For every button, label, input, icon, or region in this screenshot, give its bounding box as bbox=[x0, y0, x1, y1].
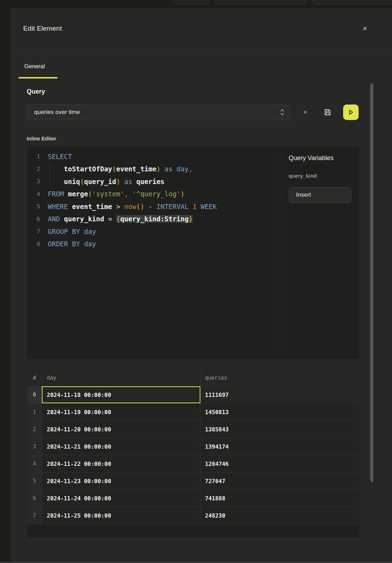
query-select[interactable]: queries over time bbox=[27, 105, 290, 120]
day-cell[interactable]: 2024-11-23 00:00:00 bbox=[42, 473, 200, 489]
code-token: ( bbox=[112, 165, 116, 173]
code-token bbox=[128, 190, 132, 198]
modal-title: Edit Element bbox=[23, 25, 62, 32]
results-table: # day queries 02024-11-18 00:00:00111169… bbox=[27, 369, 359, 537]
column-header-day[interactable]: day bbox=[42, 369, 200, 386]
row-index-cell[interactable]: 7 bbox=[27, 507, 42, 524]
column-header-index[interactable]: # bbox=[27, 369, 42, 386]
code-token: as bbox=[120, 178, 136, 185]
background-button-partial bbox=[173, 0, 209, 5]
table-row: 72024-11-25 00:00:00248230 bbox=[27, 507, 359, 524]
code-token: query_id bbox=[84, 178, 116, 185]
column-header-queries[interactable]: queries bbox=[200, 369, 359, 386]
code-line[interactable]: 5WHERE event_time > now() - INTERVAL 1 W… bbox=[27, 200, 280, 213]
line-text: ORDER BY day bbox=[48, 240, 96, 248]
code-token: } bbox=[188, 215, 192, 223]
code-token: ) bbox=[156, 165, 160, 173]
code-line[interactable]: 7GROUP BY day bbox=[27, 225, 280, 238]
queries-cell[interactable]: 1450813 bbox=[200, 404, 359, 420]
day-cell[interactable]: 2024-11-21 00:00:00 bbox=[42, 438, 200, 455]
chevron-up-down-icon bbox=[280, 108, 284, 116]
code-token: ) bbox=[116, 178, 120, 185]
code-token: SELECT bbox=[48, 153, 72, 160]
tab-general[interactable]: General bbox=[24, 63, 45, 70]
code-token: 'system' bbox=[92, 190, 124, 198]
code-token: '^query_log' bbox=[132, 190, 180, 198]
code-line[interactable]: 3 uniq(query_id) as queries bbox=[27, 175, 280, 188]
table-row: 42024-11-22 00:00:001284746 bbox=[27, 455, 359, 473]
row-index-cell[interactable]: 5 bbox=[27, 473, 42, 489]
table-row: 22024-11-20 00:00:001385843 bbox=[27, 421, 359, 438]
queries-cell[interactable]: 741888 bbox=[200, 490, 359, 507]
row-index-cell[interactable]: 3 bbox=[27, 438, 42, 455]
run-query-button[interactable] bbox=[343, 105, 359, 120]
code-token: event_time bbox=[116, 165, 156, 173]
code-token: () bbox=[136, 203, 144, 210]
day-cell[interactable]: 2024-11-24 00:00:00 bbox=[42, 490, 200, 507]
code-line[interactable]: 1SELECT bbox=[27, 150, 280, 163]
line-text: uniq(query_id) as queries bbox=[48, 178, 165, 185]
queries-cell[interactable]: 1284746 bbox=[200, 455, 359, 472]
day-cell[interactable]: 2024-11-20 00:00:00 bbox=[42, 421, 200, 438]
queries-cell[interactable]: 1394174 bbox=[200, 438, 359, 455]
line-number: 4 bbox=[27, 191, 40, 197]
code-token: ORDER BY day bbox=[48, 240, 96, 248]
code-line[interactable]: 4FROM merge('system', '^query_log') bbox=[27, 188, 280, 201]
table-row: 12024-11-19 00:00:001450813 bbox=[27, 404, 359, 421]
query-variables-panel: Query Variables query_kind Insert bbox=[280, 147, 359, 359]
edit-element-modal: Edit Element ✕ General Query queries ove… bbox=[11, 8, 392, 563]
insert-variable-button[interactable]: Insert bbox=[289, 187, 351, 203]
modal-scrollbar[interactable] bbox=[370, 83, 373, 482]
query-variables-title: Query Variables bbox=[289, 154, 334, 162]
code-token: as day bbox=[160, 165, 188, 173]
query-select-value: queries over time bbox=[34, 109, 280, 116]
queries-cell[interactable]: 248230 bbox=[200, 507, 359, 524]
code-token: 1 bbox=[188, 203, 200, 210]
row-index-cell[interactable]: 4 bbox=[27, 455, 42, 472]
clear-query-icon[interactable]: ✕ bbox=[301, 108, 309, 116]
variable-name-label: query_kind bbox=[289, 173, 317, 179]
day-cell[interactable]: 2024-11-18 00:00:00 bbox=[42, 386, 200, 403]
code-token bbox=[48, 165, 64, 173]
code-line[interactable]: 6AND query_kind = {query_kind:String} bbox=[27, 213, 280, 226]
code-line[interactable]: 8ORDER BY day bbox=[27, 238, 280, 251]
line-number: 8 bbox=[27, 241, 40, 247]
queries-cell[interactable]: 1385843 bbox=[200, 421, 359, 438]
inline-editor-label: Inline Editor bbox=[27, 136, 56, 141]
code-token: now bbox=[124, 203, 136, 210]
line-text: GROUP BY day bbox=[48, 228, 96, 235]
row-index-cell[interactable]: 1 bbox=[27, 404, 42, 420]
day-cell[interactable]: 2024-11-25 00:00:00 bbox=[42, 507, 200, 524]
row-index-cell[interactable]: 0 bbox=[27, 386, 42, 403]
queries-cell[interactable]: 727647 bbox=[200, 473, 359, 489]
code-token: event_time bbox=[72, 203, 112, 210]
table-footer bbox=[27, 524, 359, 537]
code-token: query_kind bbox=[64, 215, 104, 223]
code-token: GROUP BY day bbox=[48, 228, 96, 235]
day-cell[interactable]: 2024-11-22 00:00:00 bbox=[42, 455, 200, 472]
code-lines[interactable]: 1SELECT2 toStartOfDay(event_time) as day… bbox=[27, 147, 280, 359]
close-icon[interactable]: ✕ bbox=[361, 25, 369, 33]
line-text: SELECT bbox=[48, 153, 72, 160]
header-divider bbox=[11, 51, 392, 51]
code-token: = bbox=[104, 215, 116, 223]
code-token: queries bbox=[136, 178, 165, 185]
queries-cell[interactable]: 1111697 bbox=[200, 386, 359, 403]
row-index-cell[interactable]: 2 bbox=[27, 421, 42, 438]
code-token bbox=[48, 178, 64, 185]
line-number: 3 bbox=[27, 178, 40, 185]
code-token: , bbox=[124, 190, 128, 198]
line-text: AND query_kind = {query_kind:String} bbox=[48, 215, 193, 223]
code-token: INTERVAL bbox=[156, 203, 189, 210]
code-token: { bbox=[116, 215, 120, 223]
sql-editor[interactable]: 1SELECT2 toStartOfDay(event_time) as day… bbox=[27, 147, 359, 359]
save-icon[interactable] bbox=[323, 108, 332, 116]
code-line[interactable]: 2 toStartOfDay(event_time) as day, bbox=[27, 163, 280, 176]
code-token: FROM bbox=[48, 190, 68, 198]
day-cell[interactable]: 2024-11-19 00:00:00 bbox=[42, 404, 200, 420]
code-token: toStartOfDay bbox=[64, 165, 112, 173]
code-token: uniq bbox=[64, 178, 80, 185]
table-row: 52024-11-23 00:00:00727647 bbox=[27, 473, 359, 490]
background-button-partial bbox=[215, 0, 306, 5]
row-index-cell[interactable]: 6 bbox=[27, 490, 42, 507]
